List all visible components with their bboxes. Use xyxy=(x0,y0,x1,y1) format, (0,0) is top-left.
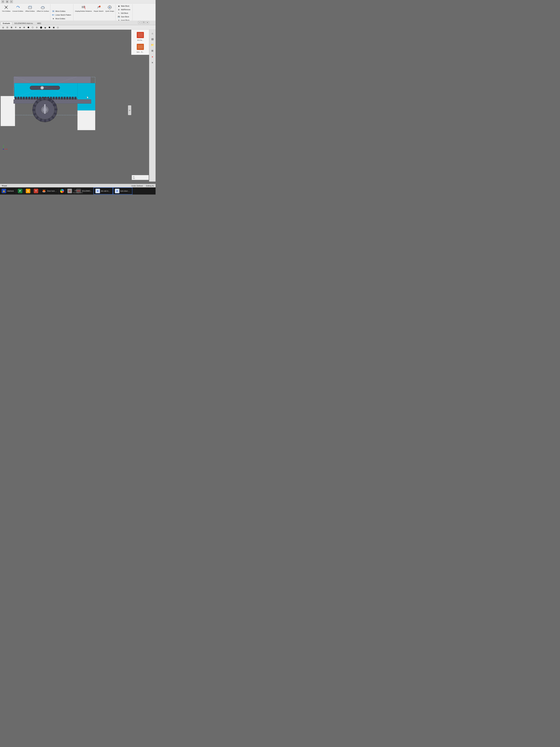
toolbar-top-strip: ⊞ ▦ ⊟ xyxy=(0,0,156,3)
tab-evaluate[interactable]: Evaluate xyxy=(1,22,12,25)
watermark-url: mostaqi.com xyxy=(73,191,83,194)
table-icon[interactable]: ▦ xyxy=(5,0,9,3)
svg-rect-11 xyxy=(54,15,54,16)
edit-block-icon: ✎ xyxy=(117,12,120,15)
sec-icon-14[interactable]: ◻ xyxy=(56,26,60,29)
firefox-label: Door lock ... xyxy=(47,190,57,192)
cad-drawing xyxy=(0,30,118,182)
linear-sketch-pattern-button[interactable]: Linear Sketch Pattern xyxy=(51,13,73,17)
display-delete-relations-label: Display/Delete Relations xyxy=(75,10,92,12)
svg-rect-30 xyxy=(14,83,77,98)
lock-door-icon: ⊞ xyxy=(115,189,119,193)
convert-entities-button[interactable]: Convert Entities xyxy=(12,4,24,12)
solidworks-label: SOLIDWO... xyxy=(82,190,92,192)
folder-button[interactable]: 📁 xyxy=(150,42,155,48)
feature-item-1[interactable]: 90 d la... xyxy=(132,31,148,41)
add-remove-label: Add/Remove xyxy=(121,9,130,10)
move-entities-button[interactable]: ✥ Move Entities xyxy=(51,17,73,20)
offset-on-surface-label: Offset On Surface xyxy=(36,10,49,12)
taskbar-interlock[interactable]: 🔒 interlock xyxy=(0,187,16,195)
taskbar-firefox[interactable]: 🦊 Door lock ... xyxy=(40,187,58,195)
taskbar-word[interactable]: T xyxy=(32,187,40,195)
tab-mbd[interactable]: MBD xyxy=(35,22,43,25)
chrome-icon xyxy=(60,189,64,193)
svg-rect-25 xyxy=(0,54,118,157)
svg-marker-3 xyxy=(19,7,20,8)
scene-button[interactable]: ≡ xyxy=(150,60,155,65)
svg-rect-39 xyxy=(34,97,36,100)
tab-solidworks-addins[interactable]: SOLIDWORKS Add-Ins xyxy=(12,22,35,25)
sec-icon-2[interactable]: ⊡ xyxy=(5,26,9,29)
make-block-icon: ▣ xyxy=(117,4,120,7)
sec-icon-8[interactable]: ⬡ xyxy=(31,26,34,29)
save-block-button[interactable]: 💾 Save Block xyxy=(117,15,131,18)
collapse-panel-button[interactable]: ≫ xyxy=(128,105,131,115)
display-delete-relations-icon xyxy=(81,5,86,10)
mirror-entities-button[interactable]: Mirror Entities xyxy=(51,9,73,13)
offset-on-surface-button[interactable]: Offset On Surface xyxy=(36,4,50,12)
svg-rect-9 xyxy=(52,15,53,16)
svg-rect-66 xyxy=(44,97,45,100)
edit-block-button[interactable]: ✎ Edit Block xyxy=(117,11,131,15)
mirror-entities-label: Mirror Entities xyxy=(55,10,65,12)
sec-icon-9[interactable]: ⊙ xyxy=(35,26,38,29)
action-label: AcGo xyxy=(133,176,148,179)
taskbar-slides[interactable]: S xyxy=(24,187,32,195)
display-delete-relations-button[interactable]: Display/Delete Relations xyxy=(74,4,92,12)
make-block-label: Make Block xyxy=(121,5,129,7)
feature-item-2[interactable]: lanc... fo... xyxy=(132,43,148,53)
taskbar-chrome[interactable] xyxy=(58,187,66,195)
svg-rect-5 xyxy=(29,6,32,8)
interlock-label: interlock xyxy=(7,190,14,192)
sec-icon-13[interactable]: ▣ xyxy=(52,26,55,29)
sec-icon-5[interactable]: ◈ xyxy=(18,26,22,29)
sec-icon-6[interactable]: ⊕ xyxy=(22,26,26,29)
svg-rect-47 xyxy=(55,97,57,100)
offset-on-surface-icon xyxy=(40,5,45,10)
taskbar-publisher[interactable]: P xyxy=(16,187,24,195)
move-entities-label: Move Entities xyxy=(55,18,65,20)
lock-door-label: lock-door-... xyxy=(121,190,130,192)
svg-rect-52 xyxy=(69,97,71,100)
under-defined-status: Under Defined xyxy=(131,185,143,187)
display-state-button[interactable]: ⊞ xyxy=(150,48,155,53)
action-panel: AcGo xyxy=(132,175,149,180)
feature-panel: 90 d la... lanc... fo... xyxy=(131,30,149,55)
window-controls: ─ ❐ ✕ xyxy=(138,21,149,24)
svg-rect-70 xyxy=(55,109,57,110)
add-remove-icon: ⊞ xyxy=(117,8,120,11)
sec-icon-4[interactable]: ✛ xyxy=(14,26,18,29)
mirror-entities-icon xyxy=(52,10,55,12)
repair-sketch-label: Repair Sketch xyxy=(94,10,104,12)
din-rail-label: din-rail-m... xyxy=(101,190,110,192)
close-inner-button[interactable]: ✕ xyxy=(146,21,149,24)
grid-icon[interactable]: ⊞ xyxy=(1,0,4,3)
slides-icon: S xyxy=(26,189,30,193)
add-remove-button[interactable]: ⊞ Add/Remove xyxy=(117,8,131,11)
sec-icon-11[interactable]: ◒ xyxy=(44,26,47,29)
home-view-button[interactable]: ⌂ xyxy=(150,31,155,36)
restore-button[interactable]: ❐ xyxy=(142,21,145,24)
svg-rect-78 xyxy=(32,109,35,111)
svg-rect-12 xyxy=(82,6,85,7)
offset-entities-button[interactable]: Offset Entities xyxy=(25,4,35,12)
align-icon[interactable]: ⊟ xyxy=(10,0,13,3)
status-right: Under Defined Editing As xyxy=(131,185,154,187)
taskbar-lock-door[interactable]: ⊞ lock-door-... xyxy=(113,187,132,195)
sec-icon-10[interactable]: ⬤ xyxy=(39,26,43,29)
trim-entities-button[interactable]: Trim Entities xyxy=(1,4,11,12)
appearance-button[interactable]: ● xyxy=(150,54,155,59)
quick-snaps-button[interactable]: Quick Snaps xyxy=(105,4,115,12)
sec-icon-1[interactable]: ◎ xyxy=(1,26,5,29)
repair-sketch-button[interactable]: ⚡ Repair Sketch xyxy=(93,4,104,12)
taskbar-din-rail[interactable]: ⊞ din-rail-m... xyxy=(94,187,113,195)
make-block-button[interactable]: ▣ Make Block xyxy=(117,4,131,8)
layers-button[interactable]: ▤ xyxy=(150,36,155,42)
offset-entities-label: Offset Entities xyxy=(25,10,35,12)
minimize-button[interactable]: ─ xyxy=(138,21,141,24)
sec-icon-3[interactable]: ⊠ xyxy=(10,26,13,29)
svg-rect-74 xyxy=(45,120,46,122)
svg-rect-51 xyxy=(66,97,68,100)
sec-icon-12[interactable]: ⬢ xyxy=(48,26,51,29)
sec-icon-7[interactable]: ⬟ xyxy=(27,26,30,29)
